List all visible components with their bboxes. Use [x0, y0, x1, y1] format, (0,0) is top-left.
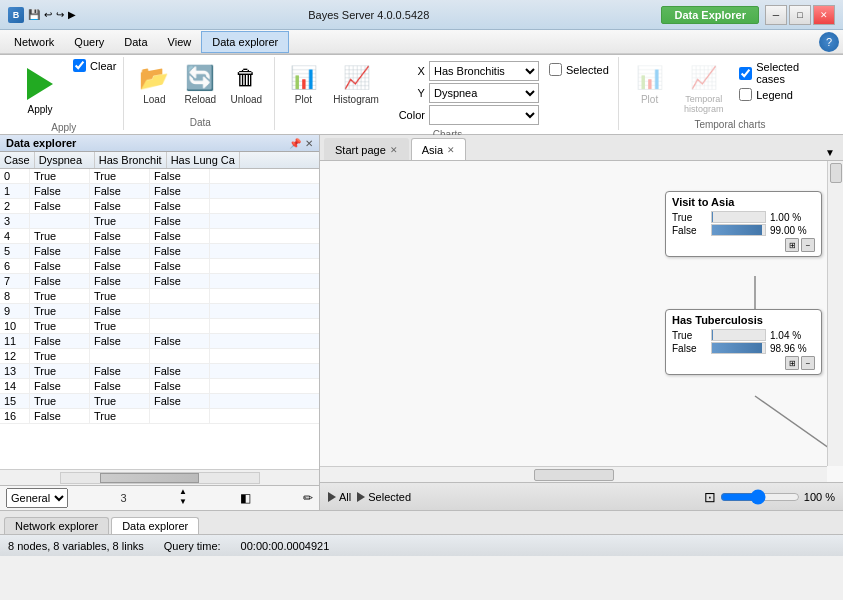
selected-checkbox[interactable]: [549, 63, 562, 76]
table-row[interactable]: 9 True False: [0, 304, 319, 319]
reload-icon: 🔄: [184, 62, 216, 94]
load-button[interactable]: 📂 Load: [133, 59, 175, 108]
quick-access-undo[interactable]: ↩: [44, 9, 52, 20]
tabs-dropdown-arrow[interactable]: ▼: [821, 145, 839, 160]
td-bronchitis: True: [90, 289, 150, 303]
node-visit-ctrl2[interactable]: −: [801, 238, 815, 252]
table-row[interactable]: 11 False False False: [0, 334, 319, 349]
quick-access-forward[interactable]: ▶: [68, 9, 76, 20]
panel-close-button[interactable]: ✕: [305, 138, 313, 149]
quick-access-save[interactable]: 💾: [28, 9, 40, 20]
td-lungcancer: False: [150, 184, 210, 198]
table-row[interactable]: 10 True True: [0, 319, 319, 334]
visit-true-pct: 1.00 %: [770, 212, 815, 223]
temporal-histogram-button[interactable]: 📈 Temporal histogram: [674, 59, 733, 117]
node-visit-to-asia[interactable]: Visit to Asia True 1.00 % False 99.00 %: [665, 191, 822, 257]
table-row[interactable]: 4 True False False: [0, 229, 319, 244]
maximize-button[interactable]: □: [789, 5, 811, 25]
unload-button[interactable]: 🗑 Unload: [225, 59, 267, 108]
selected-cases-checkbox-row[interactable]: Selected cases: [739, 61, 829, 85]
td-case: 10: [0, 319, 30, 333]
tab-network-explorer[interactable]: Network explorer: [4, 517, 109, 534]
td-lungcancer: False: [150, 169, 210, 183]
x-select[interactable]: Has Bronchitis: [429, 61, 539, 81]
color-select[interactable]: [429, 105, 539, 125]
menu-query[interactable]: Query: [64, 31, 114, 53]
x-label: X: [390, 65, 425, 77]
selected-play-button[interactable]: Selected: [357, 491, 411, 503]
table-row[interactable]: 1 False False False: [0, 184, 319, 199]
selected-cases-checkbox[interactable]: [739, 67, 752, 80]
td-bronchitis: False: [90, 184, 150, 198]
selected-checkbox-row[interactable]: Selected: [549, 63, 609, 76]
canvas-scrollbar-bottom[interactable]: [320, 466, 827, 482]
minimize-button[interactable]: ─: [765, 5, 787, 25]
table-row[interactable]: 16 False True: [0, 409, 319, 424]
apply-button[interactable]: Apply: [11, 59, 69, 120]
footer-general-select[interactable]: General: [6, 488, 68, 508]
y-select[interactable]: Dyspnea: [429, 83, 539, 103]
table-row[interactable]: 3 True False: [0, 214, 319, 229]
footer-number: 3: [120, 492, 126, 504]
td-lungcancer: [150, 319, 210, 333]
footer-down-button[interactable]: ▼: [179, 498, 187, 508]
reload-button[interactable]: 🔄 Reload: [179, 59, 221, 108]
tab-start-page[interactable]: Start page ✕: [324, 138, 409, 160]
plot-icon: 📊: [287, 62, 319, 94]
td-bronchitis: False: [90, 334, 150, 348]
menu-network[interactable]: Network: [4, 31, 64, 53]
histogram-button[interactable]: 📈 Histogram: [328, 59, 384, 108]
table-row[interactable]: 12 True: [0, 349, 319, 364]
node-tuberculosis[interactable]: Has Tuberculosis True 1.04 % False 98.96…: [665, 309, 822, 375]
load-label: Load: [143, 94, 165, 105]
table-row[interactable]: 2 False False False: [0, 199, 319, 214]
all-play-button[interactable]: All: [328, 491, 351, 503]
footer-icon1[interactable]: ◧: [240, 491, 251, 505]
data-explorer-quick-btn[interactable]: Data Explorer: [661, 6, 759, 24]
tab-data-explorer[interactable]: Data explorer: [111, 517, 199, 534]
footer-icon2[interactable]: ✏: [303, 491, 313, 505]
td-case: 0: [0, 169, 30, 183]
info-button[interactable]: ?: [819, 32, 839, 52]
zoom-slider[interactable]: [720, 489, 800, 505]
col-bronchitis: Has Bronchit: [95, 152, 167, 168]
clear-checkbox[interactable]: [73, 59, 86, 72]
menu-data[interactable]: Data: [114, 31, 157, 53]
node-visit-to-asia-title: Visit to Asia: [672, 196, 815, 208]
network-canvas: Start page ✕ Asia ✕ ▼: [320, 135, 843, 510]
node-tuberculosis-title: Has Tuberculosis: [672, 314, 815, 326]
td-bronchitis: False: [90, 274, 150, 288]
table-row[interactable]: 7 False False False: [0, 274, 319, 289]
plot-button[interactable]: 📊 Plot: [282, 59, 324, 108]
canvas-scrollbar-right[interactable]: [827, 161, 843, 466]
td-bronchitis: False: [90, 244, 150, 258]
table-body: 0 True True False 1 False False False 2 …: [0, 169, 319, 459]
table-row[interactable]: 0 True True False: [0, 169, 319, 184]
tab-start-page-close[interactable]: ✕: [390, 145, 398, 155]
temporal-plot-button[interactable]: 📊 Plot: [629, 59, 670, 108]
tab-asia-close[interactable]: ✕: [447, 145, 455, 155]
legend-checkbox-row[interactable]: Legend: [739, 88, 829, 101]
node-tb-ctrl1[interactable]: ⊞: [785, 356, 799, 370]
td-dyspnea: True: [30, 349, 90, 363]
td-lungcancer: [150, 409, 210, 423]
node-tb-ctrl2[interactable]: −: [801, 356, 815, 370]
tab-asia[interactable]: Asia ✕: [411, 138, 466, 160]
table-row[interactable]: 5 False False False: [0, 244, 319, 259]
table-row[interactable]: 6 False False False: [0, 259, 319, 274]
canvas-area[interactable]: Visit to Asia True 1.00 % False 99.00 %: [320, 161, 843, 482]
node-visit-ctrl1[interactable]: ⊞: [785, 238, 799, 252]
legend-checkbox[interactable]: [739, 88, 752, 101]
table-row[interactable]: 14 False False False: [0, 379, 319, 394]
menu-view[interactable]: View: [158, 31, 202, 53]
menu-data-explorer[interactable]: Data explorer: [201, 31, 289, 53]
table-row[interactable]: 15 True True False: [0, 394, 319, 409]
table-row[interactable]: 8 True True: [0, 289, 319, 304]
clear-checkbox-row[interactable]: Clear: [73, 59, 116, 72]
quick-access-redo[interactable]: ↪: [56, 9, 64, 20]
export-icon[interactable]: ⊡: [704, 489, 716, 505]
panel-pin-button[interactable]: 📌: [289, 138, 301, 149]
histogram-icon: 📈: [340, 62, 372, 94]
close-button[interactable]: ✕: [813, 5, 835, 25]
table-row[interactable]: 13 True False False: [0, 364, 319, 379]
